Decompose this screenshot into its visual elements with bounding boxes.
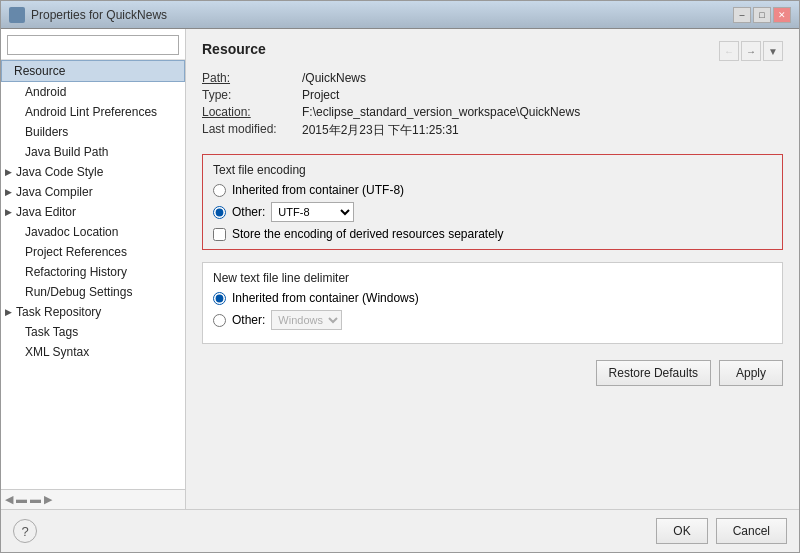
sidebar-item-javadoc-location[interactable]: Javadoc Location bbox=[1, 222, 185, 242]
path-label: Path: bbox=[202, 71, 302, 85]
sidebar-item-refactoring-history[interactable]: Refactoring History bbox=[1, 262, 185, 282]
chevron-right-icon: ▶ bbox=[5, 307, 12, 317]
delimiter-section: New text file line delimiter Inherited f… bbox=[202, 262, 783, 344]
delimiter-other-label: Other: bbox=[232, 313, 265, 327]
titlebar-controls: – □ ✕ bbox=[733, 7, 791, 23]
delimiter-select[interactable]: Windows Unix Mac bbox=[271, 310, 342, 330]
nav-arrows: ← → ▼ bbox=[719, 41, 783, 61]
encoding-checkbox-row: Store the encoding of derived resources … bbox=[213, 227, 772, 241]
encoding-inherited-label: Inherited from container (UTF-8) bbox=[232, 183, 404, 197]
properties-window: Properties for QuickNews – □ ✕ Resource … bbox=[0, 0, 800, 553]
path-value: /QuickNews bbox=[302, 71, 366, 85]
main-panel: Resource ← → ▼ Path: /QuickNews Type: Pr… bbox=[186, 29, 799, 509]
ok-button[interactable]: OK bbox=[656, 518, 707, 544]
window-icon bbox=[9, 7, 25, 23]
sidebar-item-label: Javadoc Location bbox=[25, 225, 118, 239]
sidebar-item-label: Task Tags bbox=[25, 325, 78, 339]
back-button[interactable]: ← bbox=[719, 41, 739, 61]
sidebar-item-java-editor[interactable]: ▶ Java Editor bbox=[1, 202, 185, 222]
location-label: Location: bbox=[202, 105, 302, 119]
chevron-right-icon: ▶ bbox=[5, 187, 12, 197]
sidebar-item-label: Java Code Style bbox=[16, 165, 103, 179]
sidebar-item-label: Java Build Path bbox=[25, 145, 108, 159]
window-title: Properties for QuickNews bbox=[31, 8, 167, 22]
sidebar-item-xml-syntax[interactable]: XML Syntax bbox=[1, 342, 185, 362]
chevron-right-icon: ▶ bbox=[5, 207, 12, 217]
encoding-checkbox[interactable] bbox=[213, 228, 226, 241]
encoding-other-radio[interactable] bbox=[213, 206, 226, 219]
encoding-select[interactable]: UTF-8 UTF-16 ISO-8859-1 US-ASCII bbox=[271, 202, 354, 222]
property-row-modified: Last modified: 2015年2月23日 下午11:25:31 bbox=[202, 122, 783, 139]
delimiter-inherited-radio[interactable] bbox=[213, 292, 226, 305]
bottom-bar: ? OK Cancel bbox=[1, 509, 799, 552]
apply-button[interactable]: Apply bbox=[719, 360, 783, 386]
sidebar-item-label: Java Editor bbox=[16, 205, 76, 219]
sidebar-item-run-debug[interactable]: Run/Debug Settings bbox=[1, 282, 185, 302]
sidebar-list: Resource Android Android Lint Preference… bbox=[1, 60, 185, 489]
restore-defaults-button[interactable]: Restore Defaults bbox=[596, 360, 711, 386]
sidebar-item-java-compiler[interactable]: ▶ Java Compiler bbox=[1, 182, 185, 202]
sidebar-item-task-repository[interactable]: ▶ Task Repository bbox=[1, 302, 185, 322]
location-value: F:\eclipse_standard_version_workspace\Qu… bbox=[302, 105, 580, 119]
sidebar-item-label: XML Syntax bbox=[25, 345, 89, 359]
sidebar-item-task-tags[interactable]: Task Tags bbox=[1, 322, 185, 342]
type-label: Type: bbox=[202, 88, 302, 102]
nav-dropdown-button[interactable]: ▼ bbox=[763, 41, 783, 61]
delimiter-section-title: New text file line delimiter bbox=[213, 271, 772, 285]
property-row-path: Path: /QuickNews bbox=[202, 71, 783, 85]
titlebar-left: Properties for QuickNews bbox=[9, 7, 167, 23]
sidebar-item-label: Builders bbox=[25, 125, 68, 139]
bottom-right: OK Cancel bbox=[656, 518, 787, 544]
sidebar-item-label: Project References bbox=[25, 245, 127, 259]
sidebar-item-java-code-style[interactable]: ▶ Java Code Style bbox=[1, 162, 185, 182]
help-button[interactable]: ? bbox=[13, 519, 37, 543]
search-input[interactable] bbox=[7, 35, 179, 55]
sidebar-item-label: Task Repository bbox=[16, 305, 101, 319]
sidebar-item-label: Run/Debug Settings bbox=[25, 285, 132, 299]
delimiter-other-radio[interactable] bbox=[213, 314, 226, 327]
type-value: Project bbox=[302, 88, 339, 102]
maximize-button[interactable]: □ bbox=[753, 7, 771, 23]
bottom-left: ? bbox=[13, 519, 37, 543]
encoding-inherited-row: Inherited from container (UTF-8) bbox=[213, 183, 772, 197]
main-content: Resource Android Android Lint Preference… bbox=[1, 29, 799, 509]
sidebar-item-label: Resource bbox=[14, 64, 65, 78]
sidebar-item-label: Android bbox=[25, 85, 66, 99]
property-row-type: Type: Project bbox=[202, 88, 783, 102]
sidebar: Resource Android Android Lint Preference… bbox=[1, 29, 186, 509]
cancel-button[interactable]: Cancel bbox=[716, 518, 787, 544]
encoding-section: Text file encoding Inherited from contai… bbox=[202, 154, 783, 250]
property-table: Path: /QuickNews Type: Project Location:… bbox=[202, 71, 783, 142]
sidebar-item-label: Java Compiler bbox=[16, 185, 93, 199]
encoding-other-label: Other: bbox=[232, 205, 265, 219]
forward-button[interactable]: → bbox=[741, 41, 761, 61]
property-row-location: Location: F:\eclipse_standard_version_wo… bbox=[202, 105, 783, 119]
main-header: Resource ← → ▼ bbox=[202, 41, 783, 61]
sidebar-item-android[interactable]: Android bbox=[1, 82, 185, 102]
delimiter-inherited-row: Inherited from container (Windows) bbox=[213, 291, 772, 305]
action-row: Restore Defaults Apply bbox=[202, 356, 783, 386]
sidebar-item-android-lint[interactable]: Android Lint Preferences bbox=[1, 102, 185, 122]
page-title: Resource bbox=[202, 41, 266, 57]
encoding-other-row: Other: UTF-8 UTF-16 ISO-8859-1 US-ASCII bbox=[213, 202, 772, 222]
delimiter-other-row: Other: Windows Unix Mac bbox=[213, 310, 772, 330]
close-button[interactable]: ✕ bbox=[773, 7, 791, 23]
delimiter-inherited-label: Inherited from container (Windows) bbox=[232, 291, 419, 305]
titlebar: Properties for QuickNews – □ ✕ bbox=[1, 1, 799, 29]
sidebar-item-java-build-path[interactable]: Java Build Path bbox=[1, 142, 185, 162]
sidebar-search-container bbox=[1, 29, 185, 60]
chevron-right-icon: ▶ bbox=[5, 167, 12, 177]
encoding-checkbox-label: Store the encoding of derived resources … bbox=[232, 227, 504, 241]
sidebar-item-builders[interactable]: Builders bbox=[1, 122, 185, 142]
sidebar-item-resource[interactable]: Resource bbox=[1, 60, 185, 82]
sidebar-item-label: Refactoring History bbox=[25, 265, 127, 279]
sidebar-scrollbar[interactable]: ◀ ▬ ▬ ▶ bbox=[1, 489, 185, 509]
encoding-inherited-radio[interactable] bbox=[213, 184, 226, 197]
sidebar-item-project-references[interactable]: Project References bbox=[1, 242, 185, 262]
modified-value: 2015年2月23日 下午11:25:31 bbox=[302, 122, 459, 139]
modified-label: Last modified: bbox=[202, 122, 302, 139]
minimize-button[interactable]: – bbox=[733, 7, 751, 23]
sidebar-item-label: Android Lint Preferences bbox=[25, 105, 157, 119]
encoding-section-title: Text file encoding bbox=[213, 163, 772, 177]
